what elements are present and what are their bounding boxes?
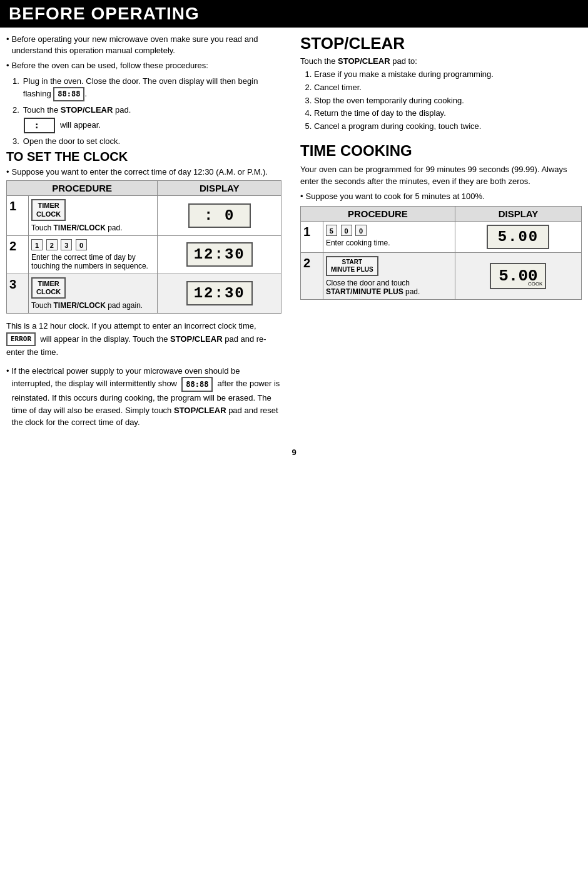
error-display: ERROR — [6, 332, 36, 347]
num-keys-row: 1 2 3 0 — [31, 239, 155, 250]
stop-clear-bold-3: STOP/CLEAR — [174, 406, 226, 415]
clock-step-1-num: 1 — [7, 196, 29, 235]
cooking-step-2-row: 2 START MINUTE PLUS Close the door and t… — [301, 252, 582, 299]
time-cooking-para: Your oven can be programmed for 99 minut… — [300, 163, 582, 188]
cooking-step-1-content: 5 0 0 Enter cooking time. — [323, 221, 455, 252]
num-key-3[interactable]: 3 — [61, 239, 72, 250]
cooking-step-number-1: 1 — [303, 225, 310, 238]
timer-clock-btn-1: TIMER CLOCK — [31, 199, 155, 220]
lcd-5-00-a: 5.00 — [487, 225, 549, 249]
power-bullet: • If the electrical power supply to your… — [6, 365, 281, 429]
clock-step-1-content: TIMER CLOCK Touch TIMER/CLOCK pad. — [29, 196, 158, 235]
lcd-12-30-a: 12:30 — [186, 242, 253, 267]
cooking-display-header: DISPLAY — [455, 206, 581, 221]
tc-bullet-text: Suppose you want to cook for 5 minutes a… — [306, 192, 485, 201]
minute-plus-label: MINUTE PLUS — [331, 266, 373, 273]
page-number: 9 — [0, 448, 588, 457]
cook-key-5[interactable]: 5 — [326, 225, 337, 236]
cooking-step-1-num: 1 — [301, 221, 323, 252]
step-num-1: 1. — [13, 76, 19, 101]
power-bullet-text: If the electrical power supply to your m… — [12, 365, 281, 429]
clock-step-3-num: 3 — [7, 274, 29, 313]
cooking-step-2-desc: Close the door and touch START/MINUTE PL… — [326, 279, 452, 296]
cooking-num-keys: 5 0 0 — [326, 225, 452, 236]
step-2-subline: : will appear. — [24, 118, 281, 134]
clock-step-2-num: 2 — [7, 235, 29, 274]
stop-clear-item-5: Cancel a program during cooking, touch t… — [314, 120, 582, 133]
lcd-5-00-b: 5.00 COOK — [490, 263, 546, 289]
clock-step-1-desc: Touch TIMER/CLOCK pad. — [31, 223, 155, 232]
stop-clear-intro-text: Touch the STOP/CLEAR pad to: — [300, 56, 582, 66]
clock-step-3-desc: Touch TIMER/CLOCK pad again. — [31, 301, 155, 310]
start-minute-plus-bold: START/MINUTE PLUS — [326, 287, 403, 296]
timer-clock-button-1[interactable]: TIMER CLOCK — [31, 199, 66, 220]
timer-clock-button-2[interactable]: TIMER CLOCK — [31, 277, 66, 299]
clock-label-2: CLOCK — [36, 288, 61, 295]
12hr-note: This is a 12 hour clock. If you attempt … — [6, 320, 281, 359]
num-key-1[interactable]: 1 — [31, 239, 43, 250]
time-cooking-section: TIME COOKING Your oven can be programmed… — [300, 142, 582, 300]
clock-step-3-content: TIMER CLOCK Touch TIMER/CLOCK pad again. — [29, 274, 158, 313]
step-num-2: 2. — [13, 105, 19, 116]
set-clock-title: TO SET THE CLOCK — [6, 150, 281, 164]
bullet-icon-2: • — [6, 60, 9, 71]
set-clock-bullet-text: Suppose you want to enter the correct ti… — [12, 167, 268, 177]
cooking-procedure-header: PROCEDURE — [301, 206, 455, 221]
clock-step-1-row: 1 TIMER CLOCK Touch TIMER/CLOCK pad. — [7, 196, 281, 235]
timer-clock-bold-1: TIMER/CLOCK — [53, 223, 105, 232]
will-appear-label: will appear. — [60, 120, 101, 131]
cooking-step-2-display: 5.00 COOK — [455, 252, 581, 299]
page-header: BEFORE OPERATING — [0, 0, 588, 28]
start-btn-wrapper: START MINUTE PLUS — [326, 256, 452, 276]
step-2-text: Touch the STOP/CLEAR pad. — [23, 105, 131, 116]
start-minute-plus-button[interactable]: START MINUTE PLUS — [326, 256, 378, 276]
set-clock-section: TO SET THE CLOCK • Suppose you want to e… — [6, 150, 281, 314]
stop-clear-list: Erase if you make a mistake during progr… — [314, 68, 582, 133]
cooking-step-1-desc: Enter cooking time. — [326, 238, 452, 247]
stop-clear-bold-right: STOP/CLEAR — [338, 56, 390, 66]
stop-clear-item-3: Stop the oven temporarily during cooking… — [314, 95, 582, 108]
set-clock-bullet-dot: • — [6, 167, 9, 177]
cooking-step-1-row: 1 5 0 0 Enter cooking time. 5.00 — [301, 221, 582, 252]
setup-steps: 1. Plug in the oven. Close the door. The… — [13, 76, 281, 146]
cooking-step-2-content: START MINUTE PLUS Close the door and tou… — [323, 252, 455, 299]
cooking-procedure-table: PROCEDURE DISPLAY 1 5 0 — [300, 206, 582, 300]
clock-label: CLOCK — [36, 210, 61, 218]
setup-step-1: 1. Plug in the oven. Close the door. The… — [13, 76, 281, 101]
setup-step-2: 2. Touch the STOP/CLEAR pad. : will appe… — [13, 105, 281, 134]
colon-display: : — [24, 118, 55, 134]
procedure-col-header: PROCEDURE — [7, 181, 158, 196]
stop-clear-item-1: Erase if you make a mistake during progr… — [314, 68, 582, 81]
lcd-colon-zero: : 0 — [188, 203, 251, 228]
intro-bullet-2: • Before the oven can be used, follow th… — [6, 60, 281, 71]
stop-clear-bold-2: STOP/CLEAR — [170, 334, 223, 343]
timer-label-2: TIMER — [38, 280, 59, 287]
page-content: • Before operating your new microwave ov… — [0, 34, 588, 429]
cook-key-0a[interactable]: 0 — [341, 225, 352, 236]
clock-step-1-display: : 0 — [158, 196, 281, 235]
clock-procedure-table: PROCEDURE DISPLAY 1 TIMER — [6, 180, 281, 314]
right-column: STOP/CLEAR Touch the STOP/CLEAR pad to: … — [294, 34, 582, 429]
stop-clear-section: STOP/CLEAR Touch the STOP/CLEAR pad to: … — [300, 34, 582, 133]
num-key-2[interactable]: 2 — [46, 239, 58, 250]
cooking-step-number-2: 2 — [303, 256, 310, 270]
step-1-text: Plug in the oven. Close the door. The ov… — [23, 76, 281, 101]
step-number-3: 3 — [9, 277, 16, 291]
cooking-step-2-num: 2 — [301, 252, 323, 299]
num-key-0[interactable]: 0 — [76, 239, 87, 250]
intro-bullet-2-text: Before the oven can be used, follow thes… — [12, 60, 208, 71]
display-col-header: DISPLAY — [158, 181, 281, 196]
timer-label: TIMER — [38, 202, 59, 209]
step-number-1: 1 — [9, 199, 16, 213]
intro-bullet-1-text: Before operating your new microwave oven… — [12, 34, 281, 56]
stop-clear-title: STOP/CLEAR — [300, 34, 582, 53]
set-clock-bullet: • Suppose you want to enter the correct … — [6, 167, 281, 177]
clock-step-2-content: 1 2 3 0 Enter the correct time of day by… — [29, 235, 158, 274]
start-label: START — [342, 259, 363, 265]
clock-step-3-display: 12:30 — [158, 274, 281, 313]
tc-bullet-dot: • — [300, 192, 303, 201]
time-cooking-title: TIME COOKING — [300, 142, 582, 160]
stop-clear-item-2: Cancel timer. — [314, 81, 582, 95]
cook-key-0b[interactable]: 0 — [355, 225, 367, 236]
bullet-icon: • — [6, 34, 9, 56]
